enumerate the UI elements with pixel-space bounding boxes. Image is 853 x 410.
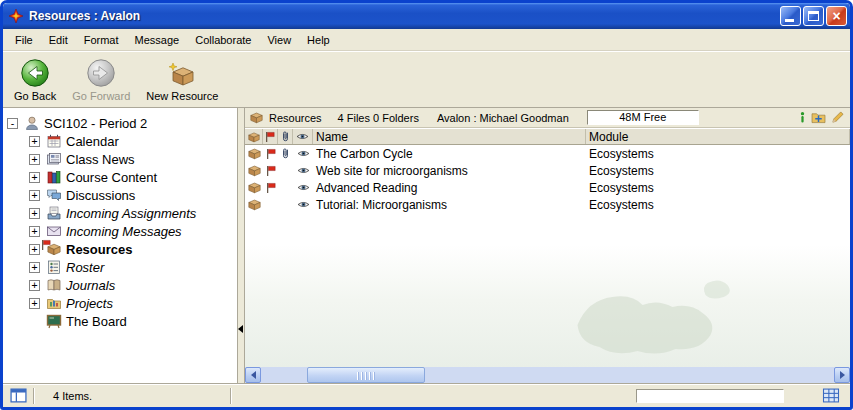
tree-item-label: The Board — [66, 314, 127, 329]
menu-view[interactable]: View — [259, 31, 299, 49]
menu-help[interactable]: Help — [299, 31, 338, 49]
tree-item-roster[interactable]: + Roster — [3, 258, 237, 276]
table-row[interactable]: Advanced Reading Ecosystems — [245, 179, 850, 196]
info-icon[interactable] — [799, 111, 806, 124]
resource-box-icon — [245, 145, 263, 162]
scroll-left-button[interactable] — [245, 367, 261, 383]
table-row[interactable]: Web site for microorganisms Ecosystems — [245, 162, 850, 179]
go-back-button[interactable]: Go Back — [7, 55, 63, 105]
menu-collaborate[interactable]: Collaborate — [187, 31, 259, 49]
paperclip-icon — [281, 130, 290, 143]
map-watermark — [545, 265, 760, 365]
maximize-icon — [808, 11, 819, 21]
table-row[interactable]: The Carbon Cycle Ecosystems — [245, 145, 850, 162]
scroll-right-button[interactable] — [834, 367, 850, 383]
file-name[interactable]: Web site for microorganisms — [313, 162, 586, 179]
resources-box-icon — [45, 241, 62, 257]
tree-root-sci102[interactable]: - SCI102 - Period 2 — [3, 114, 237, 132]
file-module: Ecosystems — [586, 162, 850, 179]
edit-pencil-icon[interactable] — [831, 111, 844, 124]
expand-plus-icon[interactable]: + — [29, 172, 40, 183]
panel-splitter[interactable] — [237, 108, 245, 383]
free-space-indicator: 48M Free — [587, 110, 699, 125]
tree-item-the-board[interactable]: The Board — [3, 312, 237, 330]
file-module: Ecosystems — [586, 179, 850, 196]
new-folder-icon[interactable] — [811, 111, 826, 124]
tree-root-label: SCI102 - Period 2 — [44, 116, 147, 131]
close-button[interactable]: × — [826, 6, 847, 26]
view-grid-icon[interactable] — [822, 388, 840, 403]
minimize-button[interactable] — [780, 6, 801, 26]
titlebar[interactable]: Resources : Avalon × — [3, 3, 850, 29]
expand-plus-icon[interactable]: + — [29, 280, 40, 291]
column-item-type[interactable] — [245, 129, 263, 144]
items-count: 4 Items. — [35, 390, 230, 402]
resource-box-icon — [245, 162, 263, 179]
expand-plus-icon[interactable]: + — [29, 190, 40, 201]
tree-item-label: Projects — [66, 296, 113, 311]
tree-item-course-content[interactable]: + Course Content — [3, 168, 237, 186]
file-name[interactable]: Tutorial: Microorganisms — [313, 196, 586, 213]
panel-toggle-icon[interactable] — [10, 388, 27, 403]
tree-item-class-news[interactable]: + Class News — [3, 150, 237, 168]
progress-indicator — [636, 389, 784, 403]
file-module: Ecosystems — [586, 145, 850, 162]
tree-item-resources[interactable]: + Resources — [3, 240, 237, 258]
tree-item-incoming-assignments[interactable]: + Incoming Assignments — [3, 204, 237, 222]
resource-box-icon — [245, 196, 263, 213]
new-resource-button[interactable]: New Resource — [139, 55, 225, 105]
new-resource-icon — [166, 58, 198, 88]
scrollbar-track[interactable] — [261, 367, 834, 383]
tree-item-journals[interactable]: + Journals — [3, 276, 237, 294]
menu-message[interactable]: Message — [127, 31, 188, 49]
resources-content-panel: Resources 4 Files 0 Folders Avalon : Mic… — [245, 108, 850, 383]
content-header: Resources 4 Files 0 Folders Avalon : Mic… — [245, 108, 850, 128]
tree-item-incoming-messages[interactable]: + Incoming Messages — [3, 222, 237, 240]
column-attachment[interactable] — [278, 129, 293, 144]
column-module[interactable]: Module — [586, 129, 850, 144]
column-viewed[interactable] — [293, 129, 313, 144]
table-column-header: Name Module — [245, 128, 850, 145]
expand-plus-icon[interactable]: + — [29, 226, 40, 237]
eye-icon — [293, 179, 313, 196]
main-area: - SCI102 - Period 2 + Calendar + Class N… — [3, 108, 850, 383]
tree-item-calendar[interactable]: + Calendar — [3, 132, 237, 150]
tree-item-projects[interactable]: + Projects — [3, 294, 237, 312]
horizontal-scrollbar[interactable] — [245, 367, 850, 383]
window-title: Resources : Avalon — [29, 9, 778, 23]
flag-icon — [263, 145, 278, 162]
menu-format[interactable]: Format — [76, 31, 127, 49]
maximize-button[interactable] — [803, 6, 824, 26]
file-name[interactable]: Advanced Reading — [313, 179, 586, 196]
go-back-icon — [20, 58, 50, 88]
unread-flag-icon — [41, 239, 51, 251]
go-forward-button[interactable]: Go Forward — [65, 55, 137, 105]
flag-icon — [265, 131, 275, 143]
file-name[interactable]: The Carbon Cycle — [313, 145, 586, 162]
tree-item-label: Roster — [66, 260, 104, 275]
table-row[interactable]: Tutorial: Microorganisms Ecosystems — [245, 196, 850, 213]
expand-plus-icon[interactable]: + — [29, 298, 40, 309]
calendar-icon — [45, 133, 62, 149]
menu-file[interactable]: File — [7, 31, 41, 49]
tree-item-discussions[interactable]: + Discussions — [3, 186, 237, 204]
expand-plus-icon[interactable]: + — [29, 262, 40, 273]
tree-item-label: Resources — [66, 242, 132, 257]
statusbar: 4 Items. — [3, 383, 850, 407]
books-icon — [45, 169, 62, 185]
menu-edit[interactable]: Edit — [41, 31, 76, 49]
splitter-collapse-arrow-icon[interactable] — [238, 325, 243, 333]
column-name[interactable]: Name — [313, 129, 586, 144]
paperclip-icon — [278, 145, 293, 162]
expand-plus-icon[interactable]: + — [29, 208, 40, 219]
course-tree-panel: - SCI102 - Period 2 + Calendar + Class N… — [3, 108, 237, 383]
scrollbar-thumb[interactable] — [307, 367, 425, 383]
expand-plus-icon[interactable]: + — [29, 154, 40, 165]
eye-icon — [293, 145, 313, 162]
arrow-left-icon — [251, 371, 256, 379]
box-icon — [248, 131, 260, 143]
expand-plus-icon[interactable]: + — [29, 136, 40, 147]
collapse-minus-icon[interactable]: - — [7, 118, 18, 129]
column-flag[interactable] — [263, 129, 278, 144]
expand-plus-icon[interactable]: + — [29, 244, 40, 255]
